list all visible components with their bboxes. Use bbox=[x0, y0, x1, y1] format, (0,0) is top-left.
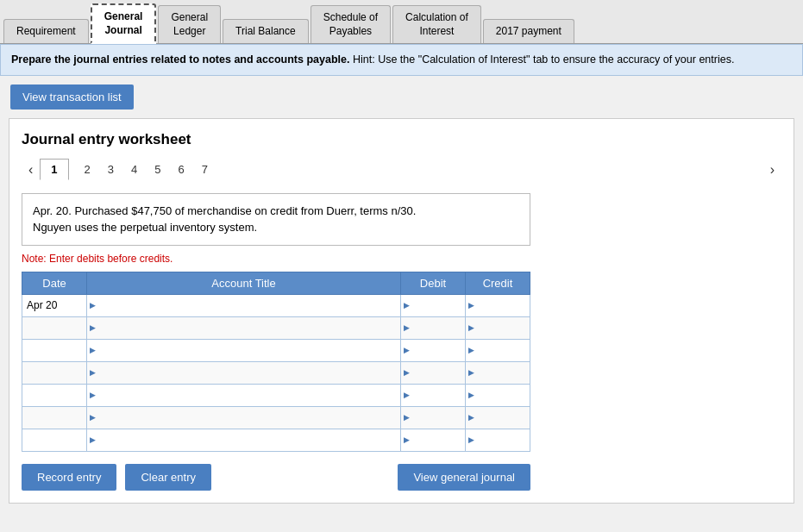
worksheet-title: Journal entry worksheet bbox=[22, 131, 781, 148]
debit-cell bbox=[401, 429, 466, 451]
note-text: Note: Enter debits before credits. bbox=[22, 253, 781, 265]
view-transaction-button[interactable]: View transaction list bbox=[10, 84, 134, 110]
date-cell bbox=[22, 339, 87, 361]
table-row bbox=[22, 339, 530, 361]
credit-input[interactable] bbox=[466, 317, 530, 339]
account-cell bbox=[87, 294, 401, 316]
credit-input[interactable] bbox=[466, 340, 530, 361]
account-input[interactable] bbox=[87, 317, 400, 339]
credit-input[interactable] bbox=[466, 362, 530, 384]
credit-cell bbox=[466, 294, 530, 316]
account-input[interactable] bbox=[87, 362, 400, 384]
debit-input[interactable] bbox=[401, 317, 465, 339]
page-num-2[interactable]: 2 bbox=[76, 160, 99, 179]
tab-general-journal[interactable]: General Journal bbox=[91, 3, 157, 44]
clear-entry-button[interactable]: Clear entry bbox=[125, 464, 211, 491]
debit-cell bbox=[401, 339, 466, 361]
account-cell bbox=[87, 361, 401, 384]
page-prev-chevron[interactable]: ‹ bbox=[22, 159, 40, 181]
date-cell bbox=[22, 406, 87, 429]
debit-input[interactable] bbox=[401, 429, 465, 451]
tab-general-ledger[interactable]: General Ledger bbox=[158, 5, 221, 43]
col-header-account: Account Title bbox=[87, 272, 401, 294]
credit-cell bbox=[466, 316, 530, 339]
credit-cell bbox=[466, 429, 530, 451]
credit-cell bbox=[466, 384, 530, 406]
debit-cell bbox=[401, 406, 466, 429]
debit-input[interactable] bbox=[401, 385, 465, 406]
page-tab-1[interactable]: 1 bbox=[40, 159, 68, 180]
credit-input[interactable] bbox=[466, 385, 530, 406]
account-input[interactable] bbox=[87, 429, 400, 451]
page-num-7[interactable]: 7 bbox=[193, 160, 216, 179]
credit-input[interactable] bbox=[466, 429, 530, 451]
tab-calculation-of-interest[interactable]: Calculation of Interest bbox=[392, 5, 481, 43]
credit-input[interactable] bbox=[466, 295, 530, 316]
debit-input[interactable] bbox=[401, 295, 465, 316]
tab-requirement[interactable]: Requirement bbox=[3, 19, 89, 44]
view-general-journal-button[interactable]: View general journal bbox=[398, 464, 530, 491]
debit-input[interactable] bbox=[401, 340, 465, 361]
col-header-credit: Credit bbox=[466, 272, 530, 294]
account-cell bbox=[87, 339, 401, 361]
date-input[interactable] bbox=[22, 317, 86, 339]
account-input[interactable] bbox=[87, 295, 400, 316]
date-input[interactable] bbox=[22, 429, 86, 451]
date-cell bbox=[22, 361, 87, 384]
debit-input[interactable] bbox=[401, 407, 465, 429]
page-num-4[interactable]: 4 bbox=[122, 160, 146, 179]
description-box: Apr. 20. Purchased $47,750 of merchandis… bbox=[22, 193, 530, 246]
table-row bbox=[22, 406, 530, 429]
date-cell bbox=[22, 316, 87, 339]
table-row bbox=[22, 294, 530, 316]
date-cell bbox=[22, 294, 87, 316]
worksheet-card: Journal entry worksheet ‹ 1 2 3 4 5 6 7 … bbox=[9, 118, 794, 504]
col-header-date: Date bbox=[22, 272, 87, 294]
debit-cell bbox=[401, 361, 466, 384]
credit-cell bbox=[466, 339, 530, 361]
record-entry-button[interactable]: Record entry bbox=[22, 464, 116, 491]
page-nav: ‹ 1 2 3 4 5 6 7 › bbox=[22, 159, 781, 181]
debit-cell bbox=[401, 294, 466, 316]
bottom-buttons: Record entry Clear entry View general jo… bbox=[22, 464, 530, 491]
tab-trial-balance[interactable]: Trial Balance bbox=[223, 19, 309, 44]
col-header-debit: Debit bbox=[401, 272, 466, 294]
account-cell bbox=[87, 429, 401, 451]
credit-cell bbox=[466, 361, 530, 384]
credit-cell bbox=[466, 406, 530, 429]
hint-bar: Prepare the journal entries related to n… bbox=[0, 44, 803, 76]
tab-2017-payment[interactable]: 2017 payment bbox=[483, 19, 574, 44]
hint-text: Hint: Use the "Calculation of Interest" … bbox=[353, 53, 734, 66]
debit-cell bbox=[401, 384, 466, 406]
date-cell bbox=[22, 384, 87, 406]
date-input[interactable] bbox=[22, 407, 86, 429]
debit-input[interactable] bbox=[401, 362, 465, 384]
account-input[interactable] bbox=[87, 385, 400, 406]
account-cell bbox=[87, 316, 401, 339]
date-input[interactable] bbox=[22, 362, 86, 384]
page-num-6[interactable]: 6 bbox=[170, 160, 193, 179]
date-cell bbox=[22, 429, 87, 451]
date-input[interactable] bbox=[22, 295, 86, 316]
account-cell bbox=[87, 384, 401, 406]
page-num-5[interactable]: 5 bbox=[146, 160, 169, 179]
journal-table: Date Account Title Debit Credit bbox=[22, 272, 530, 452]
debit-cell bbox=[401, 316, 466, 339]
account-input[interactable] bbox=[87, 340, 400, 361]
date-input[interactable] bbox=[22, 340, 86, 361]
table-row bbox=[22, 384, 530, 406]
table-row bbox=[22, 361, 530, 384]
page-next-chevron[interactable]: › bbox=[763, 159, 781, 181]
table-row bbox=[22, 316, 530, 339]
account-input[interactable] bbox=[87, 407, 400, 429]
credit-input[interactable] bbox=[466, 407, 530, 429]
hint-main: Prepare the journal entries related to n… bbox=[11, 53, 349, 66]
date-input[interactable] bbox=[22, 385, 86, 406]
tabs-bar: Requirement General Journal General Ledg… bbox=[0, 0, 803, 44]
table-row bbox=[22, 429, 530, 451]
tab-schedule-of-payables[interactable]: Schedule of Payables bbox=[311, 5, 391, 43]
page-num-3[interactable]: 3 bbox=[99, 160, 122, 179]
account-cell bbox=[87, 406, 401, 429]
